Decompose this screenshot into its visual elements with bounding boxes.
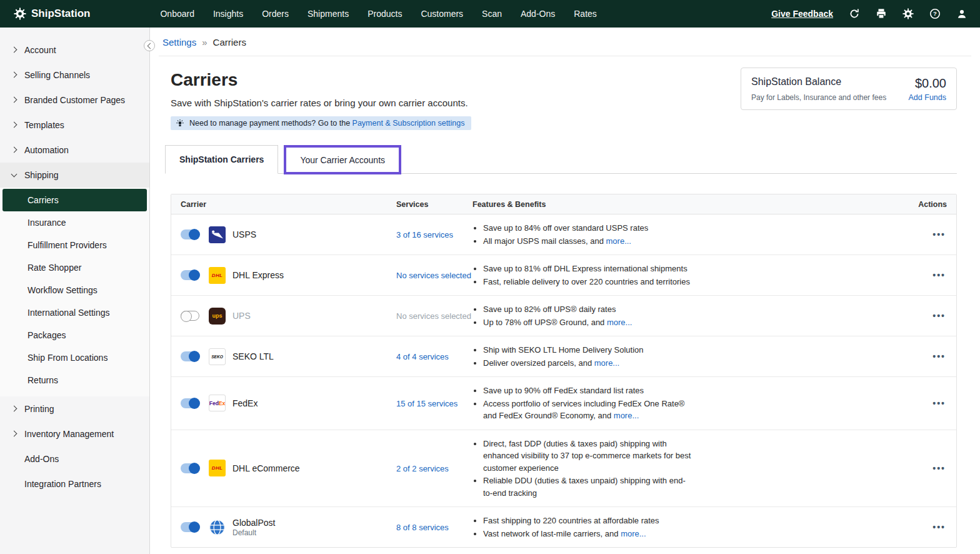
user-icon[interactable] (956, 8, 968, 19)
carrier-name: FedEx (232, 398, 258, 408)
nav-item-customers[interactable]: Customers (421, 9, 463, 19)
row-actions-menu[interactable] (932, 522, 946, 532)
chevron-right-icon (11, 97, 18, 103)
carrier-toggle[interactable] (181, 311, 199, 321)
sidebar-item-label: Branded Customer Pages (24, 95, 125, 105)
gear-icon[interactable] (902, 8, 914, 19)
add-funds-link[interactable]: Add Funds (909, 93, 946, 102)
refresh-icon[interactable] (849, 8, 860, 19)
sidebar-item-label: Shipping (24, 170, 59, 180)
breadcrumb-settings-link[interactable]: Settings (162, 37, 196, 48)
services-link[interactable]: 8 of 8 services (396, 523, 449, 532)
sidebar-item-automation[interactable]: Automation (0, 138, 149, 163)
top-nav: ShipStation Onboard Insights Orders Ship… (0, 0, 980, 28)
row-actions-menu[interactable] (932, 463, 946, 473)
sidebar-item-insurance[interactable]: Insurance (0, 211, 149, 234)
services-link[interactable]: No services selected (396, 271, 471, 280)
row-actions-menu[interactable] (932, 229, 946, 239)
sidebar-item-returns[interactable]: Returns (0, 369, 149, 391)
carrier-name: UPS (232, 311, 251, 321)
sidebar-item-account[interactable]: Account (0, 38, 149, 63)
svg-text:?: ? (933, 10, 937, 17)
carriers-table: Carrier Services Features & Benefits Act… (171, 194, 957, 548)
more-link[interactable]: more... (594, 358, 619, 368)
nav-item-rates[interactable]: Rates (574, 9, 597, 19)
more-link[interactable]: more... (607, 318, 632, 327)
sidebar-item-workflow-settings[interactable]: Workflow Settings (0, 279, 149, 301)
carrier-toggle[interactable] (181, 398, 199, 408)
sidebar-item-label: Account (24, 45, 56, 55)
sidebar-item-shipping[interactable]: Shipping (0, 163, 149, 188)
nav-item-onboard[interactable]: Onboard (160, 9, 194, 19)
print-icon[interactable] (876, 8, 887, 19)
services-link[interactable]: No services selected (396, 311, 471, 321)
sidebar-item-packages[interactable]: Packages (0, 324, 149, 346)
collapse-sidebar-button[interactable] (144, 40, 155, 51)
page-title: Carriers (171, 70, 471, 90)
sidebar-item-label: Selling Channels (24, 70, 90, 80)
sidebar-item-international-settings[interactable]: International Settings (0, 301, 149, 324)
sidebar-item-integration-partners[interactable]: Integration Partners (0, 471, 149, 496)
nav-item-products[interactable]: Products (368, 9, 402, 19)
carrier-name: GlobalPost (232, 518, 275, 528)
chevron-right-icon (11, 147, 18, 153)
services-link[interactable]: 2 of 2 services (396, 464, 449, 473)
top-nav-menu: Onboard Insights Orders Shipments Produc… (160, 9, 596, 19)
services-link[interactable]: 3 of 16 services (396, 230, 453, 239)
row-actions-menu[interactable] (932, 311, 946, 321)
column-actions: Actions (906, 200, 956, 209)
row-actions-menu[interactable] (932, 398, 946, 408)
tab-shipstation-carriers[interactable]: ShipStation Carriers (165, 145, 278, 174)
chevron-right-icon (11, 431, 18, 437)
sidebar-item-printing[interactable]: Printing (0, 396, 149, 421)
payment-methods-banner: Need to manage payment methods? Go to th… (171, 116, 471, 130)
carrier-tabs: ShipStation Carriers Your Carrier Accoun… (165, 145, 957, 174)
help-icon[interactable]: ? (929, 8, 941, 19)
more-link[interactable]: more... (614, 411, 639, 420)
sidebar-item-label: Carriers (28, 195, 59, 205)
payment-subscription-settings-link[interactable]: Payment & Subscription settings (352, 119, 465, 128)
breadcrumb: Settings » Carriers (159, 28, 971, 56)
nav-item-addons[interactable]: Add-Ons (521, 9, 555, 19)
sidebar-item-addons[interactable]: Add-Ons (0, 446, 149, 471)
highlight-annotation-box: Your Carrier Accounts (284, 145, 401, 174)
sidebar-item-label: Add-Ons (24, 454, 59, 464)
tab-your-carrier-accounts[interactable]: Your Carrier Accounts (286, 148, 399, 172)
give-feedback-link[interactable]: Give Feedback (771, 9, 833, 19)
nav-item-orders[interactable]: Orders (262, 9, 289, 19)
sidebar-item-label: Printing (24, 404, 54, 414)
sidebar-item-fulfillment-providers[interactable]: Fulfillment Providers (0, 234, 149, 256)
services-link[interactable]: 4 of 4 services (396, 352, 449, 361)
sidebar-item-selling-channels[interactable]: Selling Channels (0, 63, 149, 88)
shipping-submenu: Carriers Insurance Fulfillment Providers… (0, 188, 149, 396)
row-actions-menu[interactable] (932, 270, 946, 280)
carrier-toggle[interactable] (181, 270, 199, 280)
more-link[interactable]: more... (621, 529, 646, 538)
services-link[interactable]: 15 of 15 services (396, 399, 458, 408)
shipstation-logo[interactable]: ShipStation (14, 8, 90, 20)
sidebar-item-inventory-management[interactable]: Inventory Management (0, 421, 149, 446)
gear-logo-icon (14, 8, 26, 20)
sidebar-item-branded-customer-pages[interactable]: Branded Customer Pages (0, 88, 149, 113)
more-link[interactable]: more... (606, 236, 631, 246)
balance-amount: $0.00 (909, 76, 946, 91)
sidebar-item-carriers[interactable]: Carriers (2, 189, 147, 211)
fedex-logo: FedEx (209, 395, 226, 411)
nav-item-shipments[interactable]: Shipments (308, 9, 349, 19)
banner-text: Need to manage payment methods? Go to th… (189, 119, 352, 128)
row-actions-menu[interactable] (932, 351, 946, 361)
carrier-toggle[interactable] (181, 351, 199, 361)
carrier-toggle[interactable] (181, 522, 199, 532)
nav-item-scan[interactable]: Scan (482, 9, 502, 19)
column-features: Features & Benefits (472, 200, 906, 209)
sidebar-item-rate-shopper[interactable]: Rate Shopper (0, 256, 149, 279)
brand-name: ShipStation (31, 8, 90, 20)
ups-logo: ups (209, 308, 226, 325)
sidebar-item-label: Packages (28, 330, 66, 340)
carrier-toggle[interactable] (181, 229, 199, 239)
lightbulb-icon (176, 119, 184, 128)
sidebar-item-ship-from-locations[interactable]: Ship From Locations (0, 346, 149, 369)
carrier-toggle[interactable] (181, 463, 199, 473)
nav-item-insights[interactable]: Insights (213, 9, 243, 19)
sidebar-item-templates[interactable]: Templates (0, 113, 149, 138)
